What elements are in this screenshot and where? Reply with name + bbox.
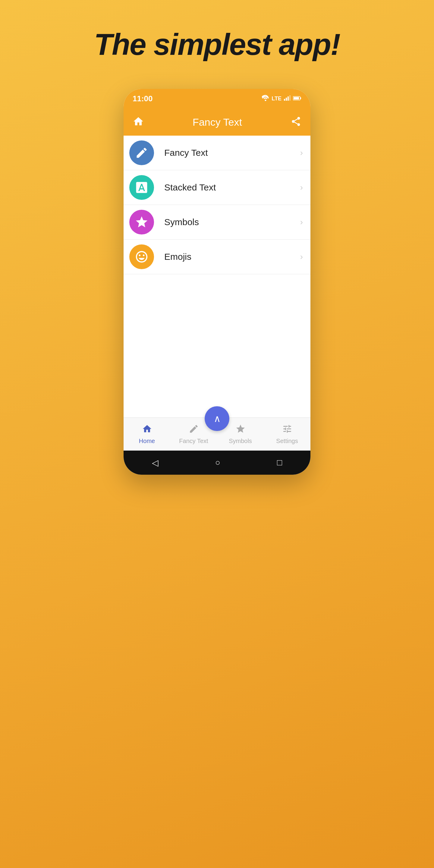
android-home-button[interactable]: ○ [215, 458, 220, 467]
fab-button[interactable]: ∧ [205, 406, 229, 431]
fancy-text-label: Fancy Text [160, 148, 300, 158]
menu-item-symbols[interactable]: Symbols › [124, 205, 310, 240]
status-time: 11:00 [133, 94, 153, 103]
svg-rect-2 [286, 98, 287, 101]
android-recent-button[interactable]: □ [277, 458, 282, 467]
fancy-text-chevron: › [300, 148, 310, 158]
stacked-text-icon-box [124, 170, 160, 205]
emojis-label: Emojis [160, 252, 300, 262]
nav-symbols-label: Symbols [229, 438, 252, 444]
stacked-text-label: Stacked Text [160, 182, 300, 193]
menu-item-stacked-text[interactable]: Stacked Text › [124, 170, 310, 205]
svg-rect-3 [287, 96, 289, 101]
symbols-chevron: › [300, 217, 310, 227]
nav-home-icon [142, 424, 152, 436]
menu-item-fancy-text[interactable]: Fancy Text › [124, 135, 310, 170]
app-bar-title: Fancy Text [193, 116, 242, 128]
android-back-button[interactable]: ◁ [152, 458, 158, 468]
stacked-text-icon-circle [129, 175, 154, 200]
emojis-icon-box [124, 240, 160, 274]
nav-item-settings[interactable]: Settings [266, 424, 308, 444]
symbols-icon-box [124, 205, 160, 240]
fab-container: ∧ [205, 406, 229, 431]
menu-item-emojis[interactable]: Emojis › [124, 240, 310, 274]
home-button[interactable] [133, 116, 144, 128]
status-bar: 11:00 LTE [124, 89, 310, 108]
svg-rect-6 [300, 97, 301, 99]
nav-fancy-text-label: Fancy Text [179, 438, 208, 444]
status-icons: LTE [262, 95, 301, 102]
stacked-text-chevron: › [300, 183, 310, 192]
wifi-icon [262, 95, 269, 102]
emojis-chevron: › [300, 252, 310, 261]
nav-symbols-icon [236, 424, 246, 436]
app-headline: The simplest app! [94, 27, 340, 62]
share-button[interactable] [290, 116, 301, 128]
svg-rect-1 [284, 99, 285, 101]
svg-rect-7 [293, 97, 299, 99]
symbols-icon-circle [129, 210, 154, 235]
android-nav-bar: ◁ ○ □ [124, 451, 310, 475]
nav-settings-icon [282, 424, 292, 436]
top-app-bar: Fancy Text [124, 108, 310, 135]
signal-icon [284, 95, 290, 102]
nav-home-label: Home [139, 438, 155, 444]
svg-rect-4 [289, 95, 290, 101]
phone-mockup: 11:00 LTE [124, 89, 310, 475]
fab-arrow-icon: ∧ [214, 414, 221, 424]
fancy-text-icon-box [124, 135, 160, 170]
battery-icon [293, 95, 301, 102]
nav-item-home[interactable]: Home [126, 424, 168, 444]
svg-point-0 [265, 100, 267, 101]
content-area [124, 274, 310, 417]
lte-label: LTE [272, 96, 281, 102]
nav-settings-label: Settings [276, 438, 298, 444]
fancy-text-icon-circle [129, 141, 154, 165]
symbols-label: Symbols [160, 217, 300, 227]
emojis-icon-circle [129, 244, 154, 269]
menu-list: Fancy Text › Stacked Text › [124, 135, 310, 417]
nav-fancy-text-icon [189, 424, 199, 436]
bottom-nav-bar: ∧ Home Fancy Text [124, 417, 310, 451]
